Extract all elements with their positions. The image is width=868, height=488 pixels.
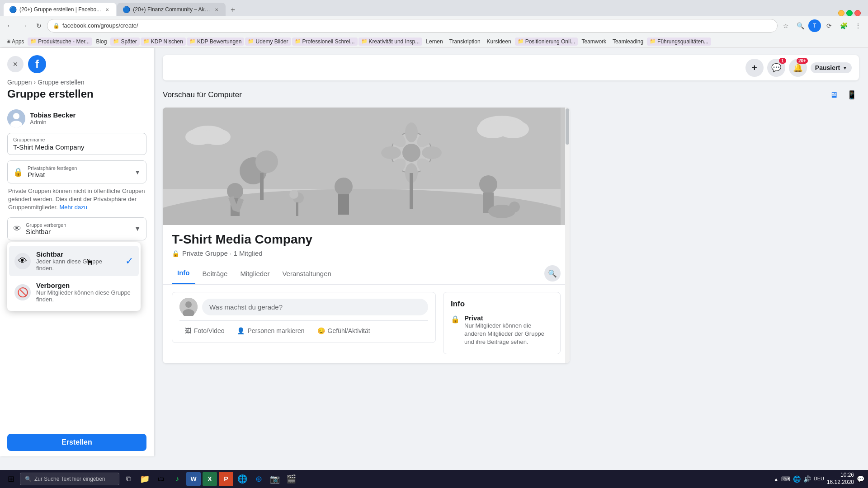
breadcrumb-current: Gruppe erstellen [38,79,85,86]
gefuehl-button[interactable]: 😊 Gefühl/Aktivität [312,324,376,337]
bookmark-prof[interactable]: 📁 Professionell Schrei... [292,38,358,46]
close-sidebar-icon[interactable]: ✕ [7,56,24,72]
svg-point-26 [479,175,497,193]
messenger-button[interactable]: 💬 1 [767,59,785,77]
task-view-icon[interactable]: ⧉ [121,472,136,486]
cover-image [163,108,570,225]
network-icon[interactable]: 🌐 [793,475,801,483]
camera-icon[interactable]: 📷 [268,472,282,486]
fb-topnav: + 💬 1 🔔 20+ Pausiert ▼ [163,55,859,80]
edge-icon[interactable]: ⊕ [251,472,266,486]
svg-rect-25 [338,194,349,215]
tab-veranstaltungen[interactable]: Veranstaltungen [277,263,336,284]
notifications-button[interactable]: 🔔 20+ [789,59,807,77]
lock-meta-icon: 🔒 [172,250,179,257]
svg-point-14 [422,146,442,159]
bookmark-blog[interactable]: Blog [93,38,109,46]
close-tab2-icon[interactable]: ✕ [213,6,220,13]
forward-button[interactable]: → [18,19,31,32]
maximize-button[interactable] [846,10,853,16]
user-role: Admin [30,119,75,126]
tab-beitraege[interactable]: Beiträge [197,263,233,284]
user-info: Tobias Becker Admin [0,106,154,133]
create-button[interactable]: Erstellen [7,434,146,451]
foto-video-button[interactable]: 🖼 Foto/Video [179,324,230,337]
plus-button[interactable]: + [745,59,764,77]
excel-icon[interactable]: X [203,472,217,486]
bookmark-produktsuche[interactable]: 📁 Produktsuche - Mer... [28,38,92,46]
svg-point-40 [185,301,192,308]
spotify-icon[interactable]: ♪ [170,472,184,486]
profile-nav-button[interactable]: Pausiert ▼ [811,62,852,73]
info-box: Info 🔒 Privat Nur Mitglieder können die … [443,292,561,354]
tab-info[interactable]: Info [172,263,195,284]
dropdown-item-sichtbar[interactable]: 👁 Sichtbar Jeder kann diese Gruppe finde… [9,246,139,276]
group-tabs: Info Beiträge Mitglieder Veranstaltungen… [163,263,570,285]
apps-icon[interactable]: 🗂 [154,472,168,486]
start-button[interactable]: ⊞ [4,472,18,486]
bookmark-teamleading[interactable]: Teamleading [610,38,646,46]
group-name-field[interactable]: Gruppenname T-Shirt Media Company [7,133,146,155]
zoom-icon[interactable]: 🔍 [794,19,807,32]
svg-point-1 [13,113,19,119]
powerpoint-icon[interactable]: P [219,472,233,486]
profile-icon[interactable]: T [808,19,821,32]
word-icon[interactable]: W [186,472,201,486]
privacy-note-link[interactable]: Mehr dazu [59,204,87,211]
tab-mitglieder[interactable]: Mitglieder [235,263,275,284]
bookmark-icon[interactable]: ☆ [779,19,792,32]
clock: 10:26 16.12.2020 [827,472,854,486]
bookmark-kdp-bew[interactable]: 📁 KDP Bewertungen [187,38,245,46]
media-icon[interactable]: 🎬 [284,472,298,486]
bookmark-transkription[interactable]: Transkription [447,38,483,46]
dropdown-item-verborgen[interactable]: 🚫 Verborgen Nur Mitglieder können diese … [9,277,139,307]
visibility-selector[interactable]: 👁 Gruppe verbergen Sichtbar ▼ [7,217,146,240]
taskbar-search[interactable]: 🔍 Zur Suche Text hier eingeben [20,473,119,485]
sync-icon[interactable]: ⟳ [823,19,835,32]
info-lock-icon: 🔒 [451,315,460,324]
breadcrumb-parent[interactable]: Gruppen [7,79,32,86]
visibility-label: Gruppe verbergen [26,222,130,228]
tab-search-button[interactable]: 🔍 [544,265,561,282]
minimize-button[interactable] [838,10,844,16]
bookmark-kursideen[interactable]: Kursideen [484,38,514,46]
group-name-value: T-Shirt Media Company [13,143,141,151]
bookmark-fuehrung[interactable]: 📁 Führungsqualitäten... [647,38,711,46]
close-tab-icon[interactable]: ✕ [104,6,111,13]
svg-point-38 [497,120,529,138]
info-box-title: Info [451,300,553,309]
bookmark-spaeter[interactable]: 📁 Später [110,38,139,46]
new-tab-button[interactable]: + [226,4,239,16]
browser-tab-inactive[interactable]: 🔵 (20+) Finanz Community – Aktie... ✕ [117,3,226,16]
verborgen-title: Verborgen [36,282,133,289]
apps-bookmark[interactable]: ⊞ Apps [4,38,27,46]
browser-tab-active[interactable]: 🔵 (20+) Gruppe erstellen | Facebo... ✕ [4,3,116,16]
volume-icon[interactable]: 🔊 [803,475,811,483]
bookmark-positionierung[interactable]: 📁 Positionierung Onli... [515,38,578,46]
notification-center-icon[interactable]: 💬 [857,475,864,483]
personen-button[interactable]: 👤 Personen markieren [231,324,310,337]
check-icon: ✓ [125,255,133,267]
keyboard-icon[interactable]: ⌨ [781,475,790,483]
chevron-up-icon[interactable]: ▲ [774,477,778,482]
lock-icon: 🔒 [13,167,23,177]
post-input[interactable]: Was machst du gerade? [202,299,428,315]
bookmark-kdp-nischen[interactable]: 📁 KDP Nischen [141,38,186,46]
bookmark-kreativ[interactable]: 📁 Kreativität und Insp... [359,38,423,46]
file-explorer-icon[interactable]: 📁 [137,472,152,486]
mobile-view-icon[interactable]: 📱 [844,88,859,102]
reload-button[interactable]: ↻ [33,19,45,32]
post-box: Was machst du gerade? 🖼 Foto/Video 👤 Per… [172,292,436,343]
back-button[interactable]: ← [4,19,16,32]
close-button[interactable] [854,10,861,16]
bookmark-udemy[interactable]: 📁 Udemy Bilder [245,38,291,46]
bookmark-lernen[interactable]: Lernen [423,38,445,46]
svg-point-7 [255,150,278,173]
menu-icon[interactable]: ⋮ [852,19,864,32]
extensions-icon[interactable]: 🧩 [837,19,850,32]
bookmark-teamwork[interactable]: Teamwork [579,38,609,46]
desktop-view-icon[interactable]: 🖥 [826,88,841,102]
address-bar[interactable]: 🔒 facebook.com/groups/create/ [47,19,778,33]
chrome-icon[interactable]: 🌐 [235,472,250,486]
privacy-selector[interactable]: 🔒 Privatsphäre festlegen Privat ▼ [7,160,146,183]
